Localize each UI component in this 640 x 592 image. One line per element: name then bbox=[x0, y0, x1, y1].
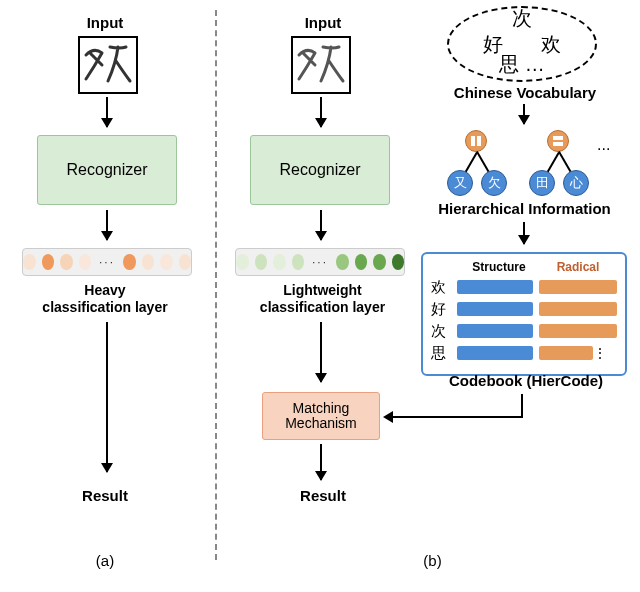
codebook-row-char: 思 bbox=[431, 344, 457, 363]
feature-dot bbox=[292, 254, 305, 270]
tree-root-icon bbox=[547, 130, 569, 152]
tree-child: 心 bbox=[563, 170, 589, 196]
codebook-row-char: 好 bbox=[431, 300, 457, 319]
svg-rect-2 bbox=[553, 136, 563, 140]
input-glyph-b bbox=[291, 36, 351, 94]
radical-char: 心 bbox=[570, 174, 583, 192]
arrow-icon bbox=[320, 210, 322, 240]
panel-a-caption: (a) bbox=[0, 552, 210, 569]
light-cls-label: Lightweight classification layer bbox=[225, 282, 420, 316]
codebook-box: Structure Radical 欢 好 次 思 bbox=[421, 252, 627, 376]
radical-bar-icon bbox=[539, 324, 617, 338]
chinese-vocabulary-label: Chinese Vocabulary bbox=[425, 84, 625, 101]
svg-rect-3 bbox=[553, 142, 563, 146]
heavy-classification-layer: ··· bbox=[22, 248, 192, 276]
panel-a: Input Recognizer ··· Heavy classificatio… bbox=[0, 0, 210, 592]
vocab-chars: 次 好 欢 思 … bbox=[483, 14, 562, 74]
codebook-header: Structure Radical bbox=[431, 260, 617, 274]
svg-rect-0 bbox=[471, 136, 475, 146]
vocab-char: 欢 bbox=[541, 33, 561, 55]
panel-b-caption: (b) bbox=[225, 552, 640, 569]
feature-dot bbox=[236, 254, 249, 270]
codebook-row: 欢 bbox=[431, 278, 617, 296]
codebook-row: 思 ⋮ bbox=[431, 344, 617, 362]
result-label-b: Result bbox=[233, 487, 413, 504]
chinese-vocabulary-oval: 次 好 欢 思 … bbox=[447, 6, 597, 82]
ellipsis-icon: ... bbox=[597, 136, 610, 154]
feature-dot bbox=[160, 254, 173, 270]
feature-dot bbox=[336, 254, 349, 270]
feature-dot bbox=[179, 254, 192, 270]
tree-edge bbox=[558, 151, 572, 173]
recognizer-box-b: Recognizer bbox=[250, 135, 390, 205]
structure-bar-icon bbox=[457, 280, 533, 294]
radical-bar-icon bbox=[539, 280, 617, 294]
matching-label: Matching Mechanism bbox=[285, 401, 357, 432]
codebook-row: 次 bbox=[431, 322, 617, 340]
feature-dot bbox=[255, 254, 268, 270]
arrow-icon bbox=[106, 97, 108, 127]
vocab-char: 好 bbox=[483, 33, 503, 55]
radical-char: 田 bbox=[536, 174, 549, 192]
arrow-segment bbox=[521, 394, 523, 418]
tree-child: 田 bbox=[529, 170, 555, 196]
vocab-char: 次 bbox=[512, 7, 532, 29]
feature-dot bbox=[60, 254, 73, 270]
result-label-a: Result bbox=[0, 487, 210, 504]
codebook-title: Codebook (HierCode) bbox=[421, 372, 631, 389]
arrow-icon bbox=[106, 210, 108, 240]
figure: Input Recognizer ··· Heavy classificatio… bbox=[0, 0, 640, 592]
structure-icon bbox=[552, 135, 564, 147]
recognizer-label: Recognizer bbox=[67, 161, 148, 179]
ellipsis-icon: ··· bbox=[97, 255, 117, 269]
input-glyph-a bbox=[78, 36, 138, 94]
tree-root-icon bbox=[465, 130, 487, 152]
hierarchical-info-label: Hierarchical Information bbox=[417, 200, 632, 217]
arrow-icon bbox=[523, 104, 525, 124]
heavy-cls-label: Heavy classification layer bbox=[0, 282, 210, 316]
radical-char: 又 bbox=[454, 174, 467, 192]
input-label-b: Input bbox=[233, 14, 413, 31]
panel-b: Input Recognizer ··· Lightweight classif… bbox=[225, 0, 640, 592]
codebook-row-char: 欢 bbox=[431, 278, 457, 297]
codebook-col-structure: Structure bbox=[459, 260, 539, 274]
recognizer-label: Recognizer bbox=[280, 161, 361, 179]
tree-edge bbox=[476, 151, 490, 173]
structure-bar-icon bbox=[457, 346, 533, 360]
arrow-icon bbox=[523, 222, 525, 244]
tree-child: 欠 bbox=[481, 170, 507, 196]
feature-dot bbox=[42, 254, 55, 270]
arrow-icon bbox=[320, 444, 322, 480]
radical-bar-icon bbox=[539, 302, 617, 316]
radical-char: 欠 bbox=[488, 174, 501, 192]
ellipsis-icon: ⋮ bbox=[593, 345, 605, 361]
tree-child: 又 bbox=[447, 170, 473, 196]
feature-dot bbox=[23, 254, 36, 270]
codebook-col-radical: Radical bbox=[539, 260, 617, 274]
feature-dot bbox=[392, 254, 405, 270]
radical-bar-icon bbox=[539, 346, 593, 360]
ellipsis-icon: ··· bbox=[310, 255, 330, 269]
light-classification-layer: ··· bbox=[235, 248, 405, 276]
vocab-char: … bbox=[525, 53, 545, 75]
arrow-icon bbox=[320, 97, 322, 127]
glyph-huan-icon bbox=[295, 39, 347, 91]
arrowhead-icon bbox=[383, 411, 393, 423]
panel-divider bbox=[215, 10, 217, 560]
feature-dot bbox=[355, 254, 368, 270]
glyph-huan-icon bbox=[82, 39, 134, 91]
input-label-a: Input bbox=[0, 14, 210, 31]
structure-bar-icon bbox=[457, 324, 533, 338]
feature-dot bbox=[142, 254, 155, 270]
arrow-icon bbox=[320, 322, 322, 382]
codebook-row: 好 bbox=[431, 300, 617, 318]
feature-dot bbox=[373, 254, 386, 270]
vocab-char: 思 bbox=[499, 53, 519, 75]
feature-dot bbox=[123, 254, 136, 270]
feature-dot bbox=[79, 254, 92, 270]
svg-rect-1 bbox=[477, 136, 481, 146]
matching-mechanism-box: Matching Mechanism bbox=[262, 392, 380, 440]
arrow-icon bbox=[106, 322, 108, 472]
structure-icon bbox=[470, 135, 482, 147]
feature-dot bbox=[273, 254, 286, 270]
